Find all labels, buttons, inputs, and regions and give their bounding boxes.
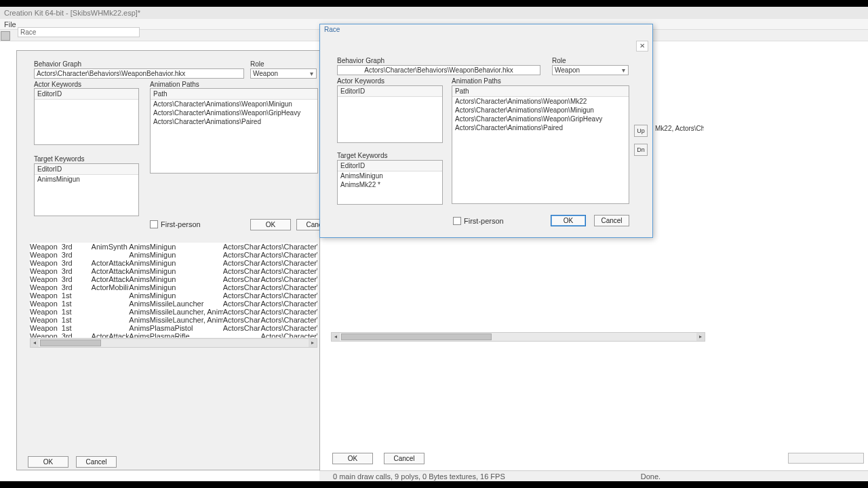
- animation-paths-list[interactable]: Path Actors\Character\Animations\Weapon\…: [150, 88, 318, 174]
- table-cell: ActorsChar…: [223, 300, 261, 308]
- list-item[interactable]: Actors\Character\Animations\Weapon\Minig…: [151, 100, 317, 108]
- table-cell: Actors\Character\Anima: [260, 283, 317, 291]
- first-person-checkbox[interactable]: First-person: [150, 220, 201, 228]
- table-row[interactable]: Weapon3rdActorMobilit…AnimsMinigunActors…: [30, 283, 317, 291]
- table-row[interactable]: Weapon3rdActorAttackI…AnimsMinigunActors…: [30, 275, 317, 283]
- role-select[interactable]: Weapon: [250, 68, 317, 79]
- table-cell: 3rd: [62, 251, 92, 259]
- behavior-graph-label: Behavior Graph: [337, 57, 384, 64]
- table-cell: Actors\Character\_1stPe: [260, 324, 317, 332]
- table-cell: Weapon: [30, 251, 62, 259]
- scroll-thumb[interactable]: [40, 340, 101, 346]
- subgraph-table[interactable]: Weapon3rdAnimSynthAnimsMinigunActorsChar…: [30, 243, 317, 338]
- list-item[interactable]: Actors\Character\Animations\Weapon\Mk22: [452, 97, 629, 106]
- bottom-buttons: OK Cancel: [332, 453, 425, 464]
- checkbox-label: First-person: [464, 217, 504, 225]
- table-cell: Weapon: [30, 316, 62, 324]
- table-cell: 1st: [62, 308, 92, 316]
- checkbox-icon: [150, 220, 158, 228]
- behavior-graph-input[interactable]: Actors\Character\Behaviors\WeaponBehavio…: [337, 65, 540, 75]
- role-select[interactable]: Weapon: [552, 65, 629, 75]
- actor-keywords-list[interactable]: EditorID: [34, 88, 139, 145]
- scroll-left-icon[interactable]: ◂: [31, 339, 39, 347]
- table-cell: AnimsMinigun: [129, 267, 222, 275]
- actor-keywords-list[interactable]: EditorID: [337, 85, 443, 143]
- animation-paths-list[interactable]: Path Actors\Character\Animations\Weapon\…: [452, 85, 629, 204]
- list-item[interactable]: Actors\Character\Animations\Weapon\GripH…: [151, 108, 317, 117]
- table-cell: [92, 308, 130, 316]
- table-cell: ActorsChar…: [223, 251, 261, 259]
- cancel-button[interactable]: Cancel: [76, 456, 117, 468]
- list-item[interactable]: Actors\Character\Animations\Weapon\GripH…: [452, 115, 629, 123]
- table-row[interactable]: Weapon3rdAnimsMinigunActorsChar…Actors\C…: [30, 251, 317, 259]
- ok-button[interactable]: OK: [332, 453, 373, 464]
- table-row[interactable]: Weapon1stAnimsMissileLauncher, AnimsQuad…: [30, 308, 317, 316]
- list-header: EditorID: [35, 89, 138, 100]
- table-cell: ActorAttackI: [92, 332, 130, 338]
- table-row[interactable]: Weapon1stAnimsMissileLauncherActorsChar……: [30, 300, 317, 308]
- first-person-checkbox[interactable]: First-person: [453, 217, 504, 225]
- list-header: Path: [151, 89, 317, 100]
- table-cell: AnimsMinigun: [129, 291, 222, 300]
- actor-keywords-label: Actor Keywords: [337, 77, 384, 85]
- table-cell: Actors\Character\_1stPe: [260, 291, 317, 300]
- target-keywords-list[interactable]: EditorID AnimsMinigun AnimsMk22 *: [337, 160, 443, 205]
- list-item[interactable]: AnimsMinigun: [35, 175, 138, 184]
- target-keywords-label: Target Keywords: [34, 155, 84, 163]
- table-cell: Actors\Character\_1stPe: [260, 300, 317, 308]
- table-cell: Weapon: [30, 243, 62, 251]
- table-row[interactable]: Weapon1stAnimsMinigunActorsChar…Actors\C…: [30, 291, 317, 300]
- role-label: Role: [552, 57, 566, 64]
- behavior-graph-label: Behavior Graph: [34, 60, 81, 68]
- table-cell: AnimsMissileLauncher, AnimsQuadB…: [129, 308, 222, 316]
- table-cell: [92, 324, 130, 332]
- dn-button[interactable]: Dn: [634, 144, 648, 156]
- table-row[interactable]: Weapon3rdActorAttackI…AnimsMinigunActors…: [30, 259, 317, 267]
- close-icon[interactable]: ✕: [636, 41, 648, 52]
- scroll-left-icon[interactable]: ◂: [332, 333, 340, 341]
- ok-button[interactable]: OK: [250, 219, 291, 230]
- menu-file[interactable]: File: [4, 20, 16, 28]
- scroll-thumb[interactable]: [341, 333, 492, 340]
- checkbox-icon: [453, 217, 461, 225]
- table-cell: Weapon: [30, 267, 62, 275]
- table-cell: ActorsChar…: [223, 324, 261, 332]
- table-cell: Actors\Character\Anima: [260, 251, 317, 259]
- table-row[interactable]: Weapon3rdAnimSynthAnimsMinigunActorsChar…: [30, 243, 317, 251]
- list-item[interactable]: Actors\Character\Animations\Paired: [452, 123, 629, 132]
- scroll-right-icon[interactable]: ▸: [309, 339, 317, 347]
- table-row[interactable]: Weapon3rdActorAttackIAnimsPlasmaRifleAct…: [30, 332, 317, 338]
- table-cell: ActorsChar…: [223, 275, 261, 283]
- target-keywords-list[interactable]: EditorID AnimsMinigun: [34, 163, 139, 216]
- table-row[interactable]: Weapon1stAnimsPlasmaPistolActorsChar…Act…: [30, 324, 317, 332]
- list-item[interactable]: AnimsMk22 *: [338, 180, 442, 189]
- table-row[interactable]: Weapon1stAnimsMissileLauncher, AnimsTriB…: [30, 316, 317, 324]
- right-scrollbar[interactable]: ◂ ▸: [331, 332, 705, 342]
- table-cell: [223, 332, 261, 338]
- table-row[interactable]: Weapon3rdActorAttackI…AnimsMinigunActors…: [30, 267, 317, 275]
- list-item[interactable]: AnimsMinigun: [338, 171, 442, 180]
- table-cell: 3rd: [62, 243, 92, 251]
- cancel-button[interactable]: Cancel: [594, 215, 629, 226]
- table-cell: 1st: [62, 300, 92, 308]
- table-cell: ActorAttackI…: [92, 267, 130, 275]
- statusbar: 0 main draw calls, 9 polys, 0 Bytes text…: [319, 470, 868, 481]
- dialog-title: Race: [320, 24, 652, 37]
- ok-button[interactable]: OK: [551, 215, 586, 226]
- list-header: EditorID: [338, 161, 442, 171]
- table-cell: AnimSynth: [92, 243, 130, 251]
- table-cell: 1st: [62, 291, 92, 300]
- up-button[interactable]: Up: [634, 125, 648, 137]
- table-scrollbar[interactable]: ◂ ▸: [30, 338, 317, 348]
- table-cell: Actors\Character\Anima: [260, 275, 317, 283]
- ok-button[interactable]: OK: [28, 456, 68, 468]
- behavior-graph-input[interactable]: Actors\Character\Behaviors\WeaponBehavio…: [34, 68, 244, 79]
- cancel-button[interactable]: Cancel: [384, 453, 425, 464]
- toolbar-button[interactable]: [1, 31, 10, 41]
- table-cell: AnimsMinigun: [129, 243, 222, 251]
- list-item[interactable]: Actors\Character\Animations\Paired: [151, 117, 317, 126]
- scroll-right-icon[interactable]: ▸: [696, 333, 705, 341]
- table-cell: AnimsMinigun: [129, 275, 222, 283]
- table-cell: Actors\Character\_1stPe: [260, 308, 317, 316]
- list-item[interactable]: Actors\Character\Animations\Weapon\Minig…: [452, 106, 629, 115]
